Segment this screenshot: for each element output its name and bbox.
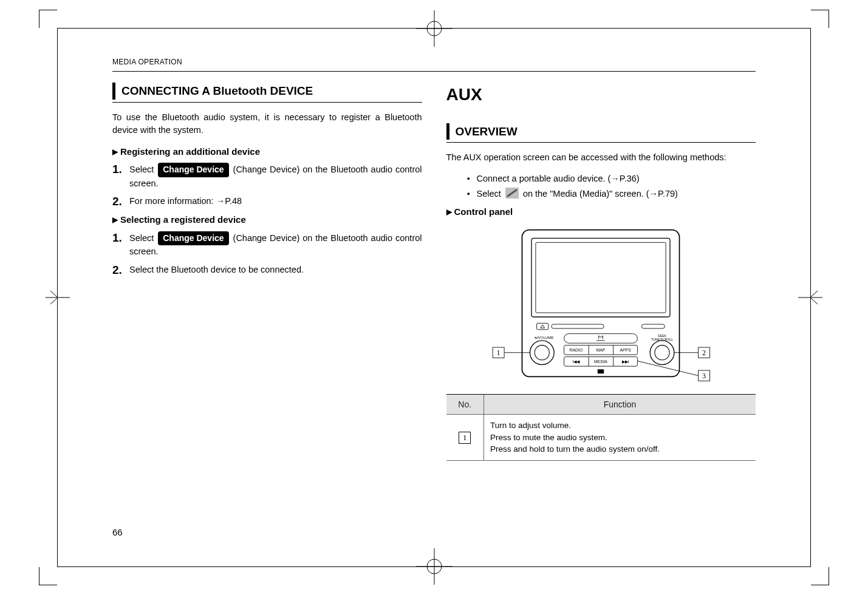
svg-rect-34: [598, 369, 604, 373]
step-number: 2.: [112, 264, 129, 277]
page-title: AUX: [446, 83, 756, 107]
step: 1. Select Change Device (Change Device) …: [112, 163, 422, 189]
change-device-button: Change Device: [158, 231, 228, 245]
crop-mark: [39, 567, 57, 585]
svg-text:MEDIA: MEDIA: [594, 359, 607, 364]
triangle-icon: ▶: [112, 215, 118, 225]
subheading: ▶Control panel: [446, 205, 756, 219]
page-frame: MEDIA OPERATION CONNECTING A Bluetooth D…: [57, 28, 811, 567]
function-line: Turn to adjust volume.: [490, 420, 750, 432]
svg-rect-10: [531, 238, 670, 317]
subheading: ▶Registering an additional device: [112, 145, 422, 158]
registration-mark-top: [416, 10, 453, 47]
section-heading: CONNECTING A Bluetooth DEVICE: [112, 83, 422, 100]
aux-source-icon: [505, 188, 519, 199]
subheading: ▶Selecting a registered device: [112, 213, 422, 226]
step-text: Select: [129, 233, 154, 243]
table-header-row: No. Function: [446, 395, 756, 415]
svg-line-8: [508, 190, 516, 196]
svg-text:1: 1: [497, 348, 501, 357]
fold-mark-right: [798, 288, 822, 307]
heading-rule: [112, 102, 422, 103]
step: 1. Select Change Device (Change Device) …: [112, 231, 422, 258]
control-panel-figure: ᴓ/VOLUME SEEK TUNE/SCROLL RADIO MAP: [446, 225, 756, 386]
crop-mark: [811, 10, 829, 28]
svg-rect-13: [552, 324, 604, 328]
svg-text:RADIO: RADIO: [570, 348, 583, 352]
svg-text:3: 3: [702, 372, 706, 380]
registration-mark-bottom: [416, 548, 453, 585]
subheading-text: Selecting a registered device: [120, 214, 246, 225]
crop-mark: [39, 10, 57, 28]
table-row: 1 Turn to adjust volume. Press to mute t…: [446, 415, 756, 461]
table-header-no: No.: [446, 395, 484, 415]
svg-rect-11: [536, 242, 666, 313]
triangle-icon: ▶: [112, 147, 118, 157]
intro-paragraph: The AUX operation screen can be accessed…: [446, 151, 756, 164]
step-number: 1.: [112, 163, 129, 189]
subheading-text: Registering an additional device: [120, 146, 260, 157]
intro-paragraph: To use the Bluetooth audio system, it is…: [112, 111, 422, 137]
svg-point-18: [535, 345, 549, 360]
svg-text:I◀◀: I◀◀: [573, 359, 581, 364]
list-item: Select on the "Media (Media)" screen. (→…: [467, 188, 756, 200]
step-body: Select the Bluetooth device to be connec…: [129, 264, 422, 277]
svg-rect-21: [564, 334, 638, 344]
function-line: Press and hold to turn the audio system …: [490, 443, 750, 455]
step-number: 1.: [112, 231, 129, 258]
heading-rule: [446, 142, 756, 143]
table-cell-function: Turn to adjust volume. Press to mute the…: [484, 415, 756, 461]
svg-point-20: [655, 345, 669, 360]
step-body: Select Change Device (Change Device) on …: [129, 231, 422, 258]
svg-text:▶▶I: ▶▶I: [622, 359, 629, 364]
step-body: Select Change Device (Change Device) on …: [129, 163, 422, 189]
table-header-function: Function: [484, 395, 756, 415]
left-column: CONNECTING A Bluetooth DEVICE To use the…: [112, 83, 422, 461]
function-line: Press to mute the audio system.: [490, 432, 750, 444]
step-text: Select: [129, 165, 154, 174]
list-text: Select: [477, 189, 501, 199]
step-body: For more information: →P.48: [129, 195, 422, 209]
right-column: AUX OVERVIEW The AUX operation screen ca…: [446, 83, 756, 461]
svg-point-19: [650, 341, 674, 365]
step: 2. For more information: →P.48: [112, 195, 422, 209]
svg-text:MAP: MAP: [596, 348, 606, 352]
table-cell-no: 1: [446, 415, 484, 461]
step-number: 2.: [112, 195, 129, 209]
svg-rect-14: [642, 324, 665, 328]
list-item: Connect a portable audio device. (→P.36): [467, 172, 756, 185]
bullet-list: Connect a portable audio device. (→P.36)…: [467, 172, 756, 200]
triangle-icon: ▶: [446, 207, 452, 217]
list-text: on the "Media (Media)" screen. (→P.79): [523, 189, 678, 199]
change-device-button: Change Device: [158, 163, 228, 177]
svg-text:SEEK: SEEK: [658, 334, 666, 338]
fold-mark-left: [46, 288, 70, 307]
function-table: No. Function 1 Turn to adjust volume. Pr…: [446, 394, 756, 461]
svg-point-17: [530, 341, 555, 365]
section-heading: OVERVIEW: [446, 123, 756, 140]
svg-text:APPS: APPS: [620, 348, 632, 352]
crop-mark: [811, 567, 829, 585]
step: 2. Select the Bluetooth device to be con…: [112, 264, 422, 277]
callout-number: 1: [459, 432, 471, 444]
svg-rect-12: [537, 323, 548, 329]
page-number: 66: [112, 527, 123, 537]
svg-text:2: 2: [702, 348, 706, 357]
volume-label: ᴓ/VOLUME: [535, 336, 553, 339]
subheading-text: Control panel: [454, 206, 513, 217]
